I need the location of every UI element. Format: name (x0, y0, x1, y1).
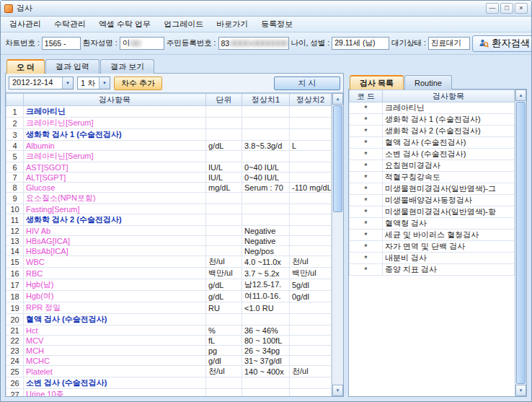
column-header[interactable]: 정상치1 (242, 94, 290, 106)
patient-name-field[interactable]: 이 OO (120, 37, 164, 50)
tab-test-list[interactable]: 검사 목록 (350, 75, 404, 89)
maximize-button[interactable]: □ (500, 3, 513, 14)
table-row[interactable]: 26소변 검사 (수술전검사) (6, 377, 332, 389)
scrollbar-down-button[interactable]: ▼ (332, 385, 343, 396)
table-row[interactable]: 23MCHpg26 ~ 34pg (6, 346, 332, 356)
menu-item[interactable]: 업그레이드 (157, 17, 210, 32)
table-row[interactable]: 20혈액 검사 (수술전검사) (6, 314, 332, 325)
scrollbar-thumb[interactable] (516, 102, 526, 384)
normal2-cell (290, 214, 332, 226)
unit-cell (206, 193, 242, 204)
table-row[interactable]: 4Albuming/dL3.8~5.3g/dL (6, 141, 332, 151)
table-row[interactable]: 7ALT[SGPT]IU/L0~40 IU/L (6, 172, 332, 183)
list-item[interactable]: *생화학 검사 1 (수술전검사) (350, 114, 515, 126)
tab-result-input[interactable]: 결과 입력 (45, 59, 99, 74)
tab-result-view[interactable]: 결과 보기 (100, 59, 154, 74)
row-number-cell: 13 (6, 236, 24, 246)
table-row[interactable]: 21Hct%36 ~ 46% (6, 325, 332, 336)
list-item[interactable]: *내분비 검사 (350, 253, 515, 264)
patient-search-button[interactable]: 환자검색 (472, 35, 531, 52)
column-header[interactable]: 단위 (206, 94, 242, 106)
list-item[interactable]: *미생물배양검사동정검사 (350, 195, 515, 206)
scrollbar-up-button[interactable]: ▲ (332, 93, 343, 105)
list-item[interactable]: *세균 및 바이러스 혈청검사 (350, 230, 515, 241)
wait-status-field[interactable]: 진료대기 (428, 37, 470, 50)
menu-item[interactable]: 수탁관리 (48, 17, 92, 32)
table-row[interactable]: 9요소질소(NPN포함) (6, 193, 332, 204)
table-row[interactable]: 10Fasting[Serum] (6, 204, 332, 214)
table-row[interactable]: 15WBC천/ul4.0 ~11.0x천/ul (6, 256, 332, 268)
column-header[interactable]: 정상치2 (290, 94, 332, 106)
add-round-button[interactable]: 차수 추가 (114, 77, 162, 90)
test-name-cell: RBC (24, 268, 206, 279)
order-tabs: 오 더결과 입력결과 보기 (5, 59, 344, 74)
scrollbar-thumb[interactable] (333, 105, 342, 212)
chart-no-field[interactable]: 1565 - (42, 37, 81, 50)
menu-item[interactable]: 등록정보 (254, 17, 299, 32)
table-row[interactable]: 5크레아티닌[Serum] (6, 151, 332, 162)
age-sex-label: 나이, 성별 : (291, 38, 330, 48)
table-row[interactable]: 3생화학 검사 1 (수술전검사) (6, 129, 332, 141)
list-item[interactable]: *소변 검사 (수술전검사) (350, 149, 515, 160)
scrollbar-track[interactable] (332, 213, 343, 385)
normal2-cell (290, 118, 332, 129)
table-row[interactable]: 14HBsAb[ICA]Neg/pos (6, 246, 332, 256)
list-item[interactable]: *미생물현미경검사(일반염색)-그 (350, 183, 515, 195)
normal2-cell (290, 314, 332, 325)
list-item[interactable]: *미생물현미경검사(일반염색)-항 (350, 206, 515, 218)
table-row[interactable]: 6AST[SGOT]IU/L0~40 IU/L (6, 162, 332, 172)
table-row[interactable]: 16RBC백만/ul3.7 ~ 5.2x백만/ul (6, 268, 332, 279)
close-button[interactable]: × (515, 3, 528, 14)
age-sex-field[interactable]: 29.11세 (남) (332, 37, 389, 50)
test-name-cell: 생화학 검사 2 (수술전검사) (24, 214, 206, 226)
round-combo[interactable]: 1 차 ▼ (77, 77, 110, 89)
table-row[interactable]: 8Glucosemg/dLSerum : 70-110 mg/dL (6, 183, 332, 193)
list-item[interactable]: *적혈구침강속도 (350, 172, 515, 183)
table-row[interactable]: 27Urine 10종 (6, 389, 332, 397)
row-number-cell: 18 (6, 291, 24, 302)
table-row[interactable]: 18Hgb(여)g/dL여11.0-16.0g/dl (6, 291, 332, 302)
rrn-field[interactable]: 83 OOOO-OOOOOOO (218, 37, 289, 50)
row-number-cell: 11 (6, 214, 24, 226)
order-date-combo[interactable]: 2012-12-14 ▼ (9, 77, 74, 89)
header-row: 코 드검사항목 (350, 90, 515, 102)
table-row[interactable]: 25Platelet천/ul140 ~ 400x천/ul (6, 366, 332, 377)
tab-routine[interactable]: Routine (404, 75, 452, 89)
code-cell: * (350, 102, 383, 114)
table-row[interactable]: 19RPR 정밀RU<1.0 RU (6, 302, 332, 314)
scrollbar-down-button[interactable]: ▼ (515, 385, 526, 396)
menu-item[interactable]: 바로가기 (210, 17, 254, 32)
column-header[interactable]: 검사항목 (383, 90, 515, 102)
column-header[interactable]: 코 드 (350, 90, 383, 102)
table-row[interactable]: 12HIV AbNegative (6, 226, 332, 236)
normal1-cell: 여11.0-16. (242, 291, 290, 302)
scrollbar-up-button[interactable]: ▲ (515, 89, 526, 101)
list-item[interactable]: *종양 지표 검사 (350, 264, 515, 276)
table-row[interactable]: 13HBsAG[ICA]Negative (6, 236, 332, 246)
right-grid-scrollbar[interactable]: ▲ ▼ (515, 89, 526, 396)
column-header[interactable] (6, 94, 24, 106)
menu-item[interactable]: 엑셀 수탁 업무 (92, 17, 157, 32)
tab-order[interactable]: 오 더 (6, 59, 45, 74)
minimize-button[interactable]: — (486, 3, 499, 14)
table-row[interactable]: 22MCVfL80 ~ 100fL (6, 336, 332, 346)
table-row[interactable]: 1크레아티닌 (6, 106, 332, 118)
list-item[interactable]: *요침현미경검사 (350, 160, 515, 172)
table-row[interactable]: 24MCHCg/dl31~ 37g/dl (6, 356, 332, 366)
order-instruct-button[interactable]: 지 시 (274, 77, 340, 90)
test-name-cell: Hct (24, 325, 206, 336)
unit-cell: fL (206, 336, 242, 346)
table-row[interactable]: 2크레아티닌[Serum] (6, 118, 332, 129)
unit-cell (206, 151, 242, 162)
list-item[interactable]: *크레아티닌 (350, 102, 515, 114)
left-grid-scrollbar[interactable]: ▲ ▼ (332, 93, 343, 396)
list-item[interactable]: *혈액 검사 (수술전검사) (350, 137, 515, 149)
table-row[interactable]: 17Hgb(남)g/dL남12.5-17.5g/dl (6, 279, 332, 291)
menu-item[interactable]: 검사관리 (3, 17, 48, 32)
column-header[interactable]: 검사항목 (24, 94, 206, 106)
list-item[interactable]: *자가 면역 및 단백 검사 (350, 241, 515, 253)
test-name-cell: 소변 검사 (수술전검사) (24, 377, 206, 389)
list-item[interactable]: *생화학 검사 2 (수술전검사) (350, 126, 515, 137)
table-row[interactable]: 11생화학 검사 2 (수술전검사) (6, 214, 332, 226)
list-item[interactable]: *혈액형 검사 (350, 218, 515, 230)
